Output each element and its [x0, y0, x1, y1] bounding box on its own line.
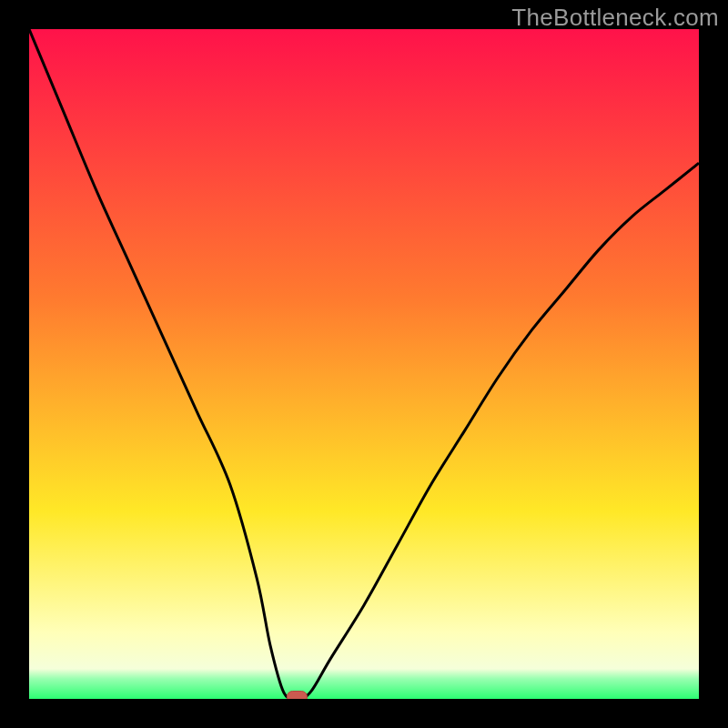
- optimal-point-marker: [287, 692, 307, 700]
- gradient-background: [29, 29, 699, 699]
- chart-plot-area: [27, 27, 701, 701]
- bottleneck-chart: [29, 29, 699, 699]
